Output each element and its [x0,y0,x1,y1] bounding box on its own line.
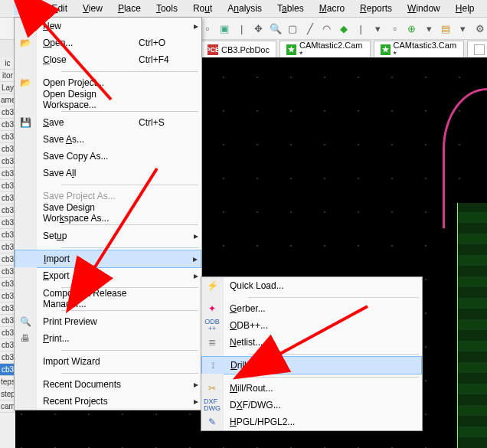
menu-new[interactable]: New ▸ [15,18,201,34]
left-tab[interactable]: cb3 [0,253,15,266]
tool-icon-square2[interactable]: ▫ [388,21,402,36]
menu-recent-docs[interactable]: Recent Documents ▸ [15,376,201,393]
menu-label: Quick Load... [224,280,422,291]
menu-setup[interactable]: Setup ▸ [15,227,201,244]
menu-print-preview[interactable]: 🔍 Print Preview [15,313,201,330]
import-millrout[interactable]: ✂ Mill/Rout... [201,380,422,397]
left-tab[interactable]: step [0,388,15,401]
menu-place[interactable]: Place [110,2,149,15]
left-tab[interactable]: cb3 [0,155,15,168]
menu-crm[interactable]: Component Release Manager... [15,290,201,307]
left-tab[interactable]: cb3 [0,119,15,131]
menu-recent-projects[interactable]: Recent Projects ▸ [15,393,201,410]
doc-tab-cam2[interactable]: ★ CAMtastic2.Cam * [279,41,371,58]
tool-icon-gear[interactable]: ⚙ [473,21,487,36]
left-tab[interactable]: Lay [0,82,15,94]
left-tab[interactable]: cam [0,401,15,413]
open-icon: 📂 [15,34,37,51]
left-tab[interactable]: cb3 [0,106,15,119]
import-drill[interactable]: ⟟ Drill... [201,356,422,374]
menu-macro[interactable]: Macro [312,2,352,15]
drill-icon: ⟟ [202,357,224,374]
menu-analysis[interactable]: Analysis [220,2,270,15]
menu-tools[interactable]: Tools [149,2,185,15]
menu-save[interactable]: 💾 Save Ctrl+S [15,114,201,131]
submenu-arrow-icon: ▸ [190,253,201,264]
left-tab-selected[interactable]: cb3 [0,364,15,376]
left-tab[interactable]: cb3 [0,266,15,278]
menu-import-wizard[interactable]: Import Wizard [15,353,201,370]
left-tab[interactable]: cb3 [0,204,15,217]
menu-reports[interactable]: Reports [352,2,400,15]
shortcut-label: Ctrl+O [139,38,191,48]
menu-export[interactable]: Export ▸ [15,267,201,284]
menu-save-all[interactable]: Save All [15,165,201,181]
left-tab[interactable]: cb3 [0,229,15,241]
menu-open-workspace[interactable]: Open Design Workspace... [15,91,201,108]
tool-icon-arc[interactable]: ◠ [320,21,334,36]
menu-save-workspace-as[interactable]: Save Design Workspace As... [15,204,201,221]
shortcut-label: Ctrl+F4 [139,54,191,65]
doc-tab-log[interactable]: Log_201 [467,41,487,58]
import-quickload[interactable]: ⚡ Quick Load... [201,277,422,294]
tool-icon-more1[interactable]: ▾ [371,21,384,36]
menu-tables[interactable]: Tables [270,2,312,15]
menu-open[interactable]: 📂 Open... Ctrl+O [15,34,201,51]
left-tab[interactable]: cb3 [0,131,15,143]
tool-icon-target[interactable]: ⊕ [405,21,419,36]
left-tab[interactable]: cb3 [0,143,15,155]
left-tab[interactable]: cb3 [0,217,15,229]
left-tab[interactable]: cb3 [0,192,15,204]
left-tab[interactable]: teps [0,376,15,388]
pcb-icon: PCB [208,44,218,55]
left-tab[interactable]: ic [0,57,15,70]
menu-label: Component Release Manager... [37,288,139,309]
tool-icon-print[interactable]: ▣ [217,21,231,36]
doc-tab-label: CAMtastic2.Cam * [299,41,364,59]
left-tab[interactable]: cb3 [0,315,15,327]
tool-icon-line[interactable]: ╱ [302,21,316,36]
import-netlist[interactable]: ≣ Netlist... [201,334,422,351]
doc-tab-pcb[interactable]: PCB CB3.PcbDoc [201,41,276,58]
import-odb[interactable]: ODB++ ODB++... [201,317,422,334]
left-tab[interactable]: cb3 [0,339,15,352]
import-submenu: ⚡ Quick Load... ✦ Gerber... ODB++ ODB++.… [201,276,423,431]
left-tab[interactable]: itor [0,70,15,82]
cam-icon: ★ [381,44,391,55]
menu-print[interactable]: 🖶 Print... [15,330,201,347]
tool-icon-generic1[interactable]: ▫ [201,21,214,36]
menu-help[interactable]: Help [448,2,482,15]
tool-icon-zoom[interactable]: 🔍 [269,21,283,36]
left-tab[interactable]: cb3 [0,241,15,253]
menu-rout[interactable]: Rout [185,2,220,15]
left-tab[interactable]: cb3 [0,180,15,192]
tool-icon-cursor[interactable]: ✥ [252,21,266,36]
left-tab[interactable]: cb3 [0,290,15,302]
import-hpgl[interactable]: ✎ HPGL/HPGL2... [201,414,422,430]
tool-icon-rect[interactable]: ▢ [286,21,299,36]
left-tab[interactable]: cb3 [0,327,15,339]
doc-tab-cam3[interactable]: ★ CAMtastic3.Cam * [374,41,465,58]
left-tab[interactable]: cb3 [0,278,15,290]
menu-save-as[interactable]: Save As... [15,131,201,148]
tool-icon-more2[interactable]: ▾ [422,21,436,36]
tool-icon-layers[interactable]: ▤ [439,21,453,36]
import-gerber[interactable]: ✦ Gerber... [201,300,422,317]
tool-icon-sep: | [234,21,248,36]
menu-label: Import Wizard [37,356,139,367]
menu-import[interactable]: Import ▸ [15,250,201,268]
netlist-icon: ≣ [201,334,224,351]
left-tab[interactable]: ame [0,94,15,106]
tool-icon-green[interactable]: ◆ [337,21,351,36]
tool-icon-more3[interactable]: ▾ [456,21,470,36]
import-dxf[interactable]: DXFDWG DXF/DWG... [201,397,422,414]
menu-save-copy[interactable]: Save Copy As... [15,148,201,165]
menu-window[interactable]: Window [400,2,448,15]
left-tab[interactable]: cb3 [0,302,15,315]
menu-view[interactable]: View [75,2,110,15]
left-tab[interactable]: cb3 [0,168,15,180]
left-tab[interactable]: cb3 [0,352,15,364]
menu-file[interactable]: File [14,2,44,15]
menu-edit[interactable]: Edit [44,2,75,15]
menu-close[interactable]: Close Ctrl+F4 [15,51,201,68]
